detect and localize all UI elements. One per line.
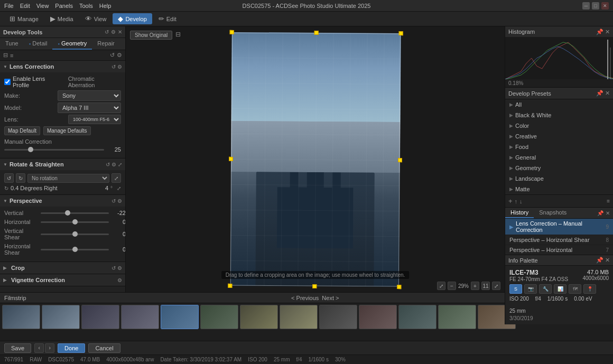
perspective-header[interactable]: ▼ Perspective ↺ ⚙ (0, 195, 125, 207)
next-button[interactable]: Next > (322, 295, 339, 301)
zoom-plus-button[interactable]: + (471, 282, 479, 290)
vignette-settings-icon[interactable]: ⚙ (117, 277, 122, 283)
rotate-ccw-button[interactable]: ↺ (4, 173, 14, 183)
history-tab-history[interactable]: History (505, 208, 534, 218)
film-thumb-11[interactable] (398, 305, 436, 329)
vignette-header[interactable]: ▶ Vignette Correction ⚙ (0, 274, 125, 286)
panel-close-icon[interactable]: ✕ (118, 29, 122, 35)
histogram-pin-icon[interactable]: 📌 (596, 29, 603, 35)
cam-icon-6[interactable]: 📍 (583, 284, 596, 294)
film-thumb-9[interactable] (319, 305, 357, 329)
film-thumb-8[interactable] (280, 305, 318, 329)
cam-icon-3[interactable]: 🔧 (539, 284, 552, 294)
done-button[interactable]: Done (58, 343, 85, 353)
film-thumb-12[interactable] (438, 305, 476, 329)
preset-food[interactable]: ▶ Food (505, 142, 613, 152)
lens-settings-icon[interactable]: ⚙ (117, 64, 122, 70)
nav-develop[interactable]: ◆ Develop (113, 13, 152, 24)
preset-all[interactable]: ▶ All (505, 99, 613, 110)
rotation-select[interactable]: No rotation 90° CW 90° CCW 180° (27, 174, 109, 183)
preset-landscape[interactable]: ▶ Landscape (505, 173, 613, 184)
raw-icon-button[interactable]: S (509, 284, 522, 294)
crop-handle-tr[interactable] (398, 31, 403, 35)
nav-media[interactable]: ▶ Media (45, 13, 79, 24)
menu-view[interactable]: View (36, 3, 49, 9)
history-close-icon[interactable]: ✕ (606, 210, 610, 216)
preset-bw[interactable]: ▶ Black & White (505, 110, 613, 120)
menu-bar[interactable]: File Edit View Panels Tools Help (4, 3, 111, 9)
crop-handle-tm[interactable] (314, 30, 318, 34)
save-button[interactable]: Save (4, 343, 31, 353)
info-palette-close-icon[interactable]: ✕ (605, 257, 610, 264)
vertical-shear-slider[interactable] (41, 234, 109, 235)
film-thumb-10[interactable] (359, 305, 397, 329)
film-thumb-7[interactable] (240, 305, 278, 329)
persp-reset-icon[interactable]: ↺ (112, 198, 116, 204)
cancel-button[interactable]: Cancel (88, 343, 120, 353)
view-toggle-icon[interactable]: ⊟ (175, 31, 181, 40)
lens-select[interactable]: 100-400mm F5-6.3 DG OS HSM | C (68, 115, 121, 124)
enable-profile-checkbox[interactable] (4, 79, 11, 85)
rotate-reset-icon[interactable]: ↺ (106, 162, 110, 167)
crop-handle-br[interactable] (397, 285, 401, 289)
lens-correction-header[interactable]: ▼ Lens Correction ↺ ⚙ (0, 61, 125, 72)
crop-handle-ml[interactable] (228, 156, 233, 161)
history-item-7[interactable]: Perspective – Horizontal 7 (505, 245, 613, 255)
show-original-button[interactable]: Show Original (130, 31, 172, 40)
refresh-icon[interactable]: ↺ (110, 52, 115, 59)
crop-handle-bm[interactable] (312, 284, 317, 288)
crop-handle-mr[interactable] (397, 158, 402, 162)
manual-correction-slider[interactable] (4, 149, 104, 151)
horizontal-shear-slider[interactable] (41, 249, 109, 250)
rotate-cw-button[interactable]: ↻ (16, 173, 25, 183)
crop-settings-icon[interactable]: ⚙ (117, 265, 122, 271)
lens-reset-icon[interactable]: ↺ (112, 64, 116, 70)
persp-settings-icon[interactable]: ⚙ (117, 198, 122, 204)
rotate-fit-icon[interactable]: ⤢ (117, 185, 121, 191)
film-thumb-2[interactable] (42, 305, 80, 329)
presets-close-icon[interactable]: ✕ (605, 90, 610, 97)
preset-matte[interactable]: ▶ Matte (505, 184, 613, 194)
panel-reset-icon[interactable]: ↺ (105, 29, 109, 35)
menu-file[interactable]: File (4, 3, 14, 9)
cam-icon-4[interactable]: 📊 (554, 284, 566, 294)
tab-geometry[interactable]: Geometry (52, 38, 92, 50)
preset-color[interactable]: ▶ Color (505, 120, 613, 131)
film-thumb-1[interactable] (2, 305, 40, 329)
film-thumb-3[interactable] (81, 305, 119, 329)
crop-handle-tl[interactable] (229, 30, 234, 34)
tab-tune[interactable]: Tune (0, 38, 24, 50)
grid-icon[interactable]: ⊟ (3, 52, 8, 59)
horizontal-slider[interactable] (41, 221, 109, 223)
menu-tools[interactable]: Tools (79, 3, 93, 9)
presets-pin-icon[interactable]: 📌 (596, 90, 603, 97)
rotate-expand-icon[interactable]: ⤢ (118, 162, 122, 167)
vertical-slider[interactable] (41, 212, 109, 214)
film-thumb-6[interactable] (200, 305, 238, 329)
info-palette-pin-icon[interactable]: 📌 (596, 257, 603, 264)
history-tab-snapshots[interactable]: Snapshots (534, 208, 572, 218)
cam-icon-2[interactable]: 📷 (524, 284, 537, 294)
straighten-icon-button[interactable]: ⤢ (112, 173, 121, 183)
rotate-header[interactable]: ▼ Rotate & Straighten ↺ ⚙ ⤢ (0, 158, 125, 170)
preset-creative[interactable]: ▶ Creative (505, 131, 613, 142)
presets-add-icon[interactable]: + (508, 197, 513, 205)
nav-manage[interactable]: ⊞ Manage (4, 13, 44, 24)
presets-import-icon[interactable]: ↓ (519, 198, 523, 204)
history-pin-icon[interactable]: 📌 (597, 210, 603, 216)
make-select[interactable]: Sony (58, 90, 121, 101)
zoom-minus-button[interactable]: − (448, 282, 456, 290)
history-item-9[interactable]: ▶ Lens Correction – Manual Correction 9 (505, 219, 613, 235)
menu-panels[interactable]: Panels (55, 3, 73, 9)
prev-image-button[interactable]: ‹ (34, 343, 44, 353)
next-image-button[interactable]: › (45, 343, 54, 353)
menu-help[interactable]: Help (99, 3, 112, 9)
history-item-8[interactable]: Perspective – Horizontal Shear 8 (505, 235, 613, 245)
zoom-expand-button[interactable]: ⤢ (492, 282, 500, 290)
tab-detail[interactable]: Detail (24, 38, 53, 50)
prev-button[interactable]: < Previous (291, 295, 319, 301)
crop-handle-bl[interactable] (228, 283, 232, 287)
maximize-button[interactable]: □ (592, 2, 599, 10)
nav-view[interactable]: 👁 View (80, 13, 112, 24)
minimize-button[interactable]: ─ (582, 2, 590, 10)
